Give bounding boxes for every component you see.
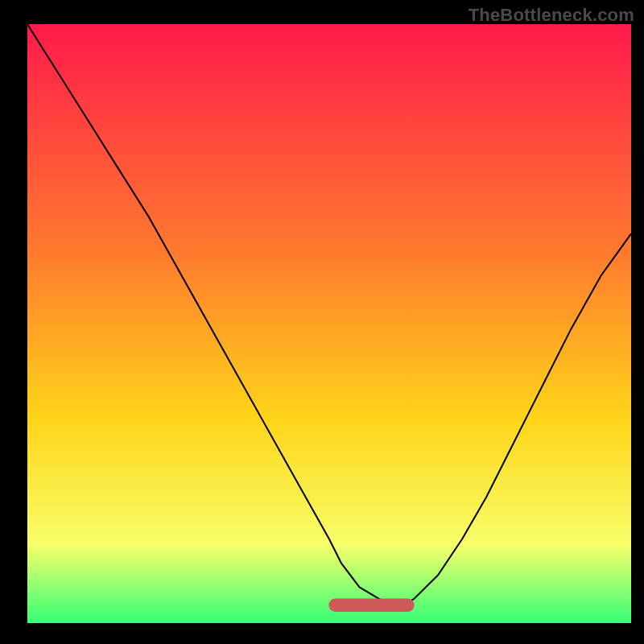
watermark-label: TheBottleneck.com xyxy=(469,5,634,26)
chart-frame: TheBottleneck.com xyxy=(0,0,644,644)
bottleneck-chart-svg xyxy=(27,24,631,623)
plot-area xyxy=(27,24,631,623)
gradient-background xyxy=(27,24,631,623)
